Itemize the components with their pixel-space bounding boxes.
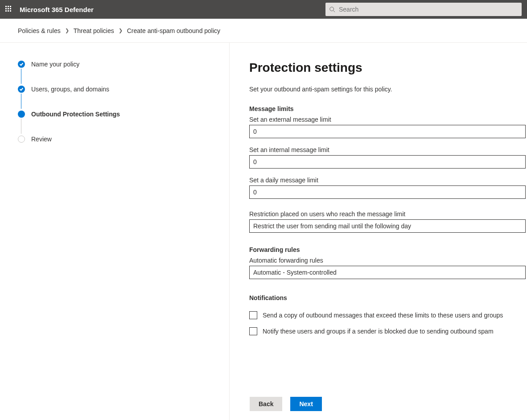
- select-restriction-value: Restrict the user from sending mail unti…: [253, 222, 411, 230]
- chevron-right-icon: ❯: [65, 28, 69, 33]
- search-icon: [329, 6, 335, 12]
- current-step-icon: [18, 111, 25, 118]
- input-external-limit[interactable]: [249, 125, 526, 138]
- breadcrumb-item-policies[interactable]: Policies & rules: [18, 27, 61, 34]
- svg-line-1: [333, 11, 335, 12]
- step-outbound-protection[interactable]: Outbound Protection Settings: [18, 111, 229, 118]
- step-review[interactable]: Review: [18, 136, 229, 143]
- top-bar: Microsoft 365 Defender: [0, 0, 527, 19]
- breadcrumb: Policies & rules ❯ Threat policies ❯ Cre…: [0, 19, 527, 43]
- wizard-stepper: Name your policy Users, groups, and doma…: [0, 43, 230, 420]
- input-internal-limit[interactable]: [249, 155, 526, 169]
- checkbox-row-send-copy: Send a copy of outbound messages that ex…: [249, 311, 527, 319]
- todo-step-icon: [18, 136, 25, 143]
- checkbox-notify-blocked[interactable]: [249, 327, 257, 335]
- select-auto-forwarding[interactable]: Automatic - System-controlled: [249, 266, 526, 279]
- checkmark-icon: [18, 61, 25, 68]
- section-message-limits: Message limits: [249, 105, 527, 112]
- label-external-limit: Set an external message limit: [249, 116, 527, 123]
- page-title: Protection settings: [249, 61, 527, 75]
- breadcrumb-item-create[interactable]: Create anti-spam outbound policy: [127, 27, 220, 34]
- next-button[interactable]: Next: [290, 397, 321, 411]
- search-input[interactable]: [339, 6, 518, 13]
- checkmark-icon: [18, 86, 25, 93]
- section-forwarding-rules: Forwarding rules: [249, 246, 527, 253]
- wizard-footer: Back Next: [250, 397, 322, 417]
- label-daily-limit: Set a daily message limit: [249, 177, 527, 184]
- section-notifications: Notifications: [249, 294, 527, 301]
- label-internal-limit: Set an internal message limit: [249, 146, 527, 153]
- step-users-groups-domains[interactable]: Users, groups, and domains: [18, 86, 229, 93]
- checkbox-send-copy[interactable]: [249, 311, 257, 319]
- step-label: Outbound Protection Settings: [31, 111, 120, 118]
- input-daily-limit[interactable]: [249, 185, 526, 199]
- app-launcher-icon[interactable]: [5, 6, 12, 13]
- search-box[interactable]: [325, 3, 522, 16]
- svg-point-0: [330, 7, 334, 11]
- breadcrumb-item-threat[interactable]: Threat policies: [74, 27, 114, 34]
- checkbox-notify-blocked-label: Notify these users and groups if a sende…: [263, 328, 494, 335]
- checkbox-row-notify-blocked: Notify these users and groups if a sende…: [249, 327, 527, 335]
- step-label: Review: [31, 136, 52, 143]
- select-auto-forwarding-value: Automatic - System-controlled: [253, 269, 337, 276]
- app-title: Microsoft 365 Defender: [20, 6, 94, 13]
- label-auto-forwarding: Automatic forwarding rules: [249, 257, 527, 264]
- select-restriction[interactable]: Restrict the user from sending mail unti…: [249, 219, 526, 233]
- main-panel: Protection settings Set your outbound an…: [230, 43, 527, 420]
- step-name-policy[interactable]: Name your policy: [18, 61, 229, 68]
- checkbox-send-copy-label: Send a copy of outbound messages that ex…: [263, 312, 503, 319]
- label-restriction: Restriction placed on users who reach th…: [249, 210, 527, 218]
- step-label: Name your policy: [31, 61, 79, 68]
- step-label: Users, groups, and domains: [31, 86, 109, 93]
- chevron-right-icon: ❯: [119, 28, 123, 33]
- back-button[interactable]: Back: [250, 397, 282, 411]
- page-subtitle: Set your outbound anti-spam settings for…: [249, 86, 527, 93]
